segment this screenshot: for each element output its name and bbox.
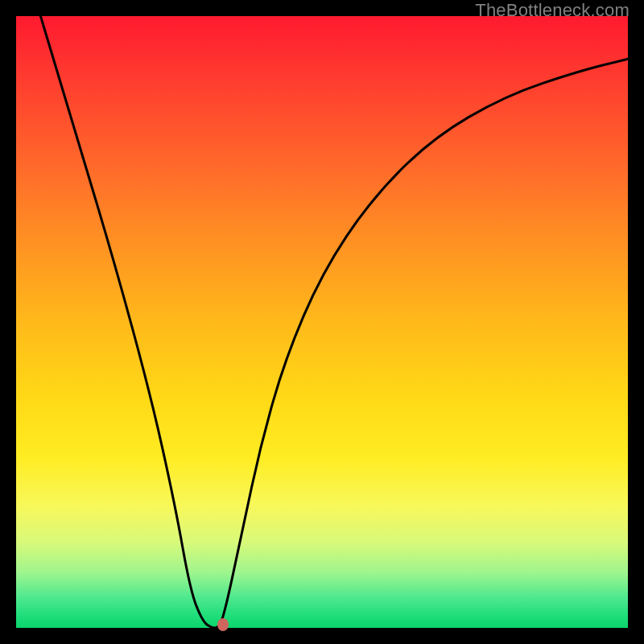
chart-frame: TheBottleneck.com — [0, 0, 644, 644]
bottleneck-curve — [40, 16, 628, 628]
marker-dot — [217, 618, 229, 631]
curve-svg — [16, 16, 628, 628]
plot-area — [16, 16, 628, 628]
